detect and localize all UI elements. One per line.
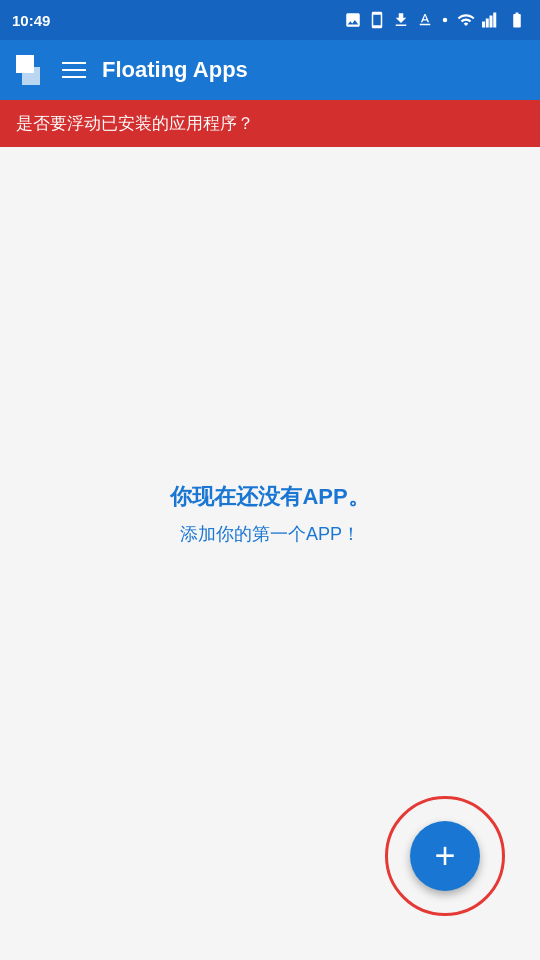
empty-title: 你现在还没有APP。 bbox=[170, 482, 369, 512]
hamburger-line-2 bbox=[62, 69, 86, 71]
app-logo bbox=[16, 55, 46, 85]
banner-text: 是否要浮动已安装的应用程序？ bbox=[16, 112, 254, 135]
screenshot-icon bbox=[368, 11, 386, 29]
wifi-icon bbox=[456, 11, 476, 29]
empty-subtitle: 添加你的第一个APP！ bbox=[180, 522, 360, 546]
red-banner[interactable]: 是否要浮动已安装的应用程序？ bbox=[0, 100, 540, 147]
svg-rect-3 bbox=[490, 16, 493, 28]
status-time: 10:49 bbox=[12, 12, 50, 29]
svg-point-0 bbox=[443, 18, 448, 23]
fab-container: + bbox=[380, 791, 510, 921]
hamburger-line-1 bbox=[62, 62, 86, 64]
svg-rect-1 bbox=[482, 22, 485, 28]
main-content: 你现在还没有APP。 添加你的第一个APP！ + bbox=[0, 147, 540, 960]
svg-rect-4 bbox=[493, 13, 496, 28]
battery-icon bbox=[506, 11, 528, 29]
image-icon bbox=[344, 11, 362, 29]
hamburger-line-3 bbox=[62, 76, 86, 78]
dot-icon bbox=[440, 11, 450, 29]
app-bar-title: Floating Apps bbox=[102, 57, 524, 83]
status-icons bbox=[344, 11, 528, 29]
app-bar: Floating Apps bbox=[0, 40, 540, 100]
signal-icon bbox=[482, 11, 500, 29]
text-icon bbox=[416, 11, 434, 29]
add-app-button[interactable]: + bbox=[410, 821, 480, 891]
status-bar: 10:49 bbox=[0, 0, 540, 40]
hamburger-menu[interactable] bbox=[62, 62, 86, 78]
download-icon bbox=[392, 11, 410, 29]
svg-rect-2 bbox=[486, 19, 489, 28]
plus-icon: + bbox=[434, 838, 455, 874]
empty-state: 你现在还没有APP。 添加你的第一个APP！ bbox=[170, 482, 369, 546]
